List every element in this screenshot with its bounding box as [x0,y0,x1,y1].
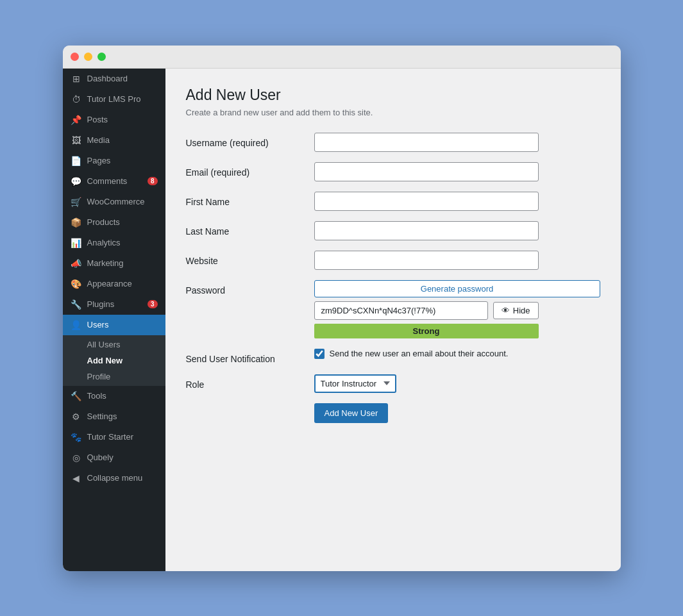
sidebar-label-marketing: Marketing [87,258,124,268]
firstname-input[interactable] [314,192,539,211]
analytics-icon [71,238,82,248]
products-icon [71,217,82,228]
notification-row: Send User Notification Send the new user… [186,349,600,364]
username-label: Username (required) [186,133,314,148]
role-row: Role Subscriber Contributor Author Edito… [186,374,600,393]
password-value-input[interactable] [314,301,488,320]
sidebar-item-plugins[interactable]: Plugins 3 [63,294,165,315]
website-input[interactable] [314,251,539,270]
password-row: Password Generate password 👁 Hide [186,280,600,338]
sidebar-label-plugins: Plugins [87,299,115,309]
sidebar-label-qubely: Qubely [87,453,114,462]
sidebar: Dashboard Tutor LMS Pro Posts Media Page… [63,69,165,571]
qubely-icon [71,453,82,463]
titlebar [63,46,621,69]
minimize-button[interactable] [84,53,92,61]
submit-spacer [186,403,314,408]
notification-checkbox[interactable] [314,349,325,359]
sidebar-item-comments[interactable]: Comments 8 [63,171,165,192]
role-select[interactable]: Subscriber Contributor Author Editor Adm… [314,374,396,393]
sidebar-item-users[interactable]: Users [63,315,165,335]
maximize-button[interactable] [97,53,106,61]
submit-field: Add New User [314,403,600,423]
firstname-label: First Name [186,192,314,207]
sidebar-item-settings[interactable]: Settings [63,406,165,427]
comments-badge: 8 [148,177,158,185]
sidebar-item-posts[interactable]: Posts [63,110,165,130]
sidebar-label-posts: Posts [87,115,108,124]
app-window: Dashboard Tutor LMS Pro Posts Media Page… [63,46,621,571]
sidebar-item-tutor-lms[interactable]: Tutor LMS Pro [63,89,165,110]
submenu-profile[interactable]: Profile [63,369,165,385]
firstname-row: First Name [186,192,600,211]
sidebar-item-analytics[interactable]: Analytics [63,233,165,253]
plugins-icon [71,299,82,310]
plugins-badge: 3 [148,300,158,308]
generate-password-button[interactable]: Generate password [314,280,600,297]
add-new-user-button[interactable]: Add New User [314,403,389,423]
sidebar-label-appearance: Appearance [87,279,132,288]
lastname-input[interactable] [314,221,539,240]
sidebar-label-collapse: Collapse menu [87,473,143,483]
tutor-starter-icon [71,432,82,442]
submenu-all-users[interactable]: All Users [63,337,165,353]
sidebar-item-media[interactable]: Media [63,130,165,151]
app-body: Dashboard Tutor LMS Pro Posts Media Page… [63,69,621,571]
dashboard-icon [71,74,82,84]
sidebar-label-analytics: Analytics [87,238,121,247]
eye-icon: 👁 [502,306,510,315]
username-row: Username (required) [186,133,600,152]
close-button[interactable] [71,53,79,61]
password-section: Generate password 👁 Hide Strong [314,280,600,338]
woo-icon [71,197,82,207]
sidebar-item-tools[interactable]: Tools [63,386,165,406]
collapse-icon [71,473,82,483]
sidebar-item-marketing[interactable]: Marketing [63,253,165,274]
sidebar-item-collapse[interactable]: Collapse menu [63,468,165,488]
notification-checkbox-label: Send the new user an email about their a… [330,349,509,358]
settings-icon [71,412,82,422]
hide-label: Hide [513,306,530,315]
sidebar-item-dashboard[interactable]: Dashboard [63,69,165,89]
sidebar-item-pages[interactable]: Pages [63,151,165,171]
email-input[interactable] [314,162,539,181]
website-field [314,251,600,270]
sidebar-label-users: Users [87,320,109,329]
notification-checkbox-row: Send the new user an email about their a… [314,349,600,359]
page-subtitle: Create a brand new user and add them to … [186,108,600,117]
sidebar-label-pages: Pages [87,156,111,165]
sidebar-label-dashboard: Dashboard [87,74,128,83]
sidebar-item-products[interactable]: Products [63,212,165,233]
sidebar-label-settings: Settings [87,412,117,421]
password-field: Generate password 👁 Hide Strong [314,280,600,338]
lastname-field [314,221,600,240]
submenu-add-new[interactable]: Add New [63,353,165,369]
password-label: Password [186,280,314,296]
username-field [314,133,600,152]
sidebar-label-comments: Comments [87,176,128,186]
password-input-row: 👁 Hide [314,301,539,320]
notification-field: Send the new user an email about their a… [314,349,600,359]
email-label: Email (required) [186,162,314,178]
sidebar-item-woocommerce[interactable]: WooCommerce [63,192,165,212]
sidebar-label-tools: Tools [87,391,106,401]
sidebar-label-products: Products [87,217,120,227]
email-field-container [314,162,600,181]
username-input[interactable] [314,133,539,152]
sidebar-label-tutor-starter: Tutor Starter [87,432,133,442]
users-icon [71,320,82,330]
lastname-label: Last Name [186,221,314,237]
tutor-icon [71,94,82,104]
sidebar-label-media: Media [87,135,110,145]
sidebar-item-tutor-starter[interactable]: Tutor Starter [63,427,165,447]
notification-label: Send User Notification [186,349,314,364]
add-user-form: Username (required) Email (required) Fir… [186,133,600,423]
tools-icon [71,391,82,401]
sidebar-item-appearance[interactable]: Appearance [63,274,165,294]
sidebar-label-woo: WooCommerce [87,197,145,206]
media-icon [71,135,82,146]
password-strength-bar: Strong [314,324,539,338]
sidebar-item-qubely[interactable]: Qubely [63,447,165,468]
lastname-row: Last Name [186,221,600,240]
hide-password-button[interactable]: 👁 Hide [493,302,539,319]
